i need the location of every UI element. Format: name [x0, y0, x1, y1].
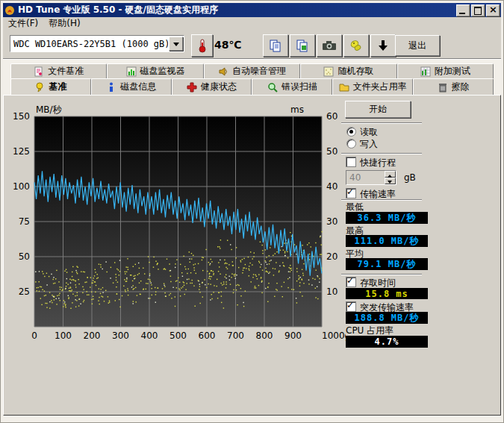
read-radio[interactable]: 读取: [346, 126, 378, 139]
short-stroke-value: 40: [346, 171, 385, 184]
close-icon[interactable]: [486, 4, 500, 16]
checkbox-checked-icon: [346, 301, 356, 312]
svg-text:60: 60: [326, 111, 337, 122]
tab-disk-monitor[interactable]: 磁盘监视器: [107, 63, 203, 78]
menu-help[interactable]: 帮助(H): [43, 16, 85, 31]
svg-text:150: 150: [13, 111, 30, 122]
tab-health-status[interactable]: 健康状态: [172, 78, 252, 95]
tab-label: 基准: [49, 81, 66, 93]
health-status-icon: [187, 82, 197, 93]
tab-label: 错误扫描: [281, 81, 317, 93]
svg-text:300: 300: [112, 330, 129, 341]
transfer-rate-label: 传输速率: [360, 189, 396, 199]
file-benchmark-icon: [34, 66, 44, 77]
svg-text:10: 10: [326, 286, 337, 297]
cpu-usage-value: 4.7%: [346, 336, 428, 348]
tab-random-access[interactable]: 随机存取: [300, 63, 396, 78]
tab-label: 磁盘监视器: [140, 65, 185, 78]
erase-icon: [438, 82, 448, 93]
tab-label: 磁盘信息: [120, 81, 156, 93]
tab-label: 健康状态: [201, 81, 237, 93]
maximize-icon[interactable]: [471, 4, 485, 16]
spin-up-icon[interactable]: [385, 171, 396, 178]
svg-text:500: 500: [169, 330, 187, 341]
svg-text:400: 400: [141, 330, 158, 341]
tab-disk-info[interactable]: 磁盘信息: [91, 78, 172, 95]
svg-text:MB/秒: MB/秒: [36, 104, 62, 115]
short-stroke-checkbox[interactable]: 快捷行程: [346, 157, 396, 169]
svg-text:700: 700: [227, 330, 244, 341]
screenshot-button[interactable]: [317, 34, 342, 57]
arrow-down-icon: [377, 39, 389, 52]
tab-noise-management[interactable]: 自动噪音管理: [204, 63, 300, 78]
tab-folder-usage[interactable]: 文件夹占用率: [332, 78, 413, 95]
svg-text:125: 125: [13, 146, 30, 157]
checkbox-checked-icon: [346, 188, 356, 198]
tab-label: 自动噪音管理: [232, 65, 286, 78]
tab-erase[interactable]: 擦除: [413, 78, 494, 95]
short-stroke-spinner[interactable]: 40: [346, 170, 396, 185]
tab-label: 擦除: [452, 81, 470, 93]
radio-icon: [346, 139, 356, 148]
tab-label: 文件基准: [48, 65, 84, 78]
svg-text:75: 75: [19, 216, 30, 227]
aam-button[interactable]: [343, 34, 369, 57]
svg-text:40: 40: [326, 181, 337, 192]
app-window: HD Tune 专业版 5.50 - 硬盘/固态硬盘实用程序 文件(F) 帮助(…: [0, 0, 504, 423]
exit-button[interactable]: 退出: [395, 35, 440, 56]
svg-text:20: 20: [326, 251, 337, 262]
checkbox-icon: [346, 157, 356, 167]
copy-text-button[interactable]: [263, 34, 288, 57]
aam-icon: [349, 39, 363, 52]
title-bar: HD Tune 专业版 5.50 - 硬盘/固态硬盘实用程序: [3, 3, 501, 17]
tab-row-secondary: 文件基准 磁盘监视器 自动噪音管理 随机存取 附加测试: [10, 63, 494, 78]
tab-label: 随机存取: [337, 65, 373, 78]
drive-select-value: WDC WD10EARS-22Y5B1 (1000 gB): [10, 39, 168, 49]
temperature-button[interactable]: [191, 34, 213, 57]
noise-management-icon: [218, 66, 228, 77]
tab-benchmark[interactable]: 基准: [10, 78, 91, 95]
copy-image-icon: [296, 39, 309, 52]
tab-label: 附加测试: [435, 65, 470, 78]
svg-text:ms: ms: [290, 104, 304, 115]
benchmark-chart: 01002003004005006007008009001000gB150125…: [1, 96, 346, 347]
error-scan-icon: [267, 82, 278, 93]
random-access-icon: [323, 66, 334, 77]
burst-rate-value: 188.8 MB/秒: [346, 312, 428, 324]
minimize-icon[interactable]: [456, 4, 470, 16]
save-results-button[interactable]: [370, 34, 396, 57]
short-stroke-unit: gB: [404, 172, 416, 183]
checkbox-checked-icon: [346, 277, 356, 287]
svg-text:0: 0: [31, 330, 37, 341]
svg-text:600: 600: [199, 330, 216, 341]
disk-monitor-icon: [126, 66, 137, 77]
tab-label: 文件夹占用率: [353, 81, 407, 93]
avg-value: 79.1 MB/秒: [346, 258, 428, 270]
menu-file[interactable]: 文件(F): [3, 16, 43, 31]
temperature-value: 48℃: [214, 39, 241, 51]
write-radio[interactable]: 写入: [346, 138, 378, 151]
spin-down-icon[interactable]: [385, 178, 396, 184]
read-label: 读取: [360, 127, 378, 137]
separator: [341, 153, 422, 154]
svg-text:25: 25: [19, 286, 30, 297]
svg-text:100: 100: [13, 181, 30, 192]
short-stroke-label: 快捷行程: [360, 157, 396, 168]
tab-extra-tests[interactable]: 附加测试: [397, 63, 494, 78]
disk-info-icon: [106, 82, 116, 93]
thermometer-icon: [198, 38, 207, 53]
min-value: 36.3 MB/秒: [346, 212, 428, 224]
tab-row-primary: 基准 磁盘信息 健康状态 错误扫描 文件夹占用率 擦除: [10, 78, 494, 95]
drive-select[interactable]: WDC WD10EARS-22Y5B1 (1000 gB): [10, 35, 184, 52]
copy-image-button[interactable]: [290, 34, 315, 57]
camera-icon: [322, 40, 337, 51]
chevron-down-icon[interactable]: [169, 37, 183, 51]
tab-error-scan[interactable]: 错误扫描: [252, 78, 332, 95]
svg-text:800: 800: [256, 330, 273, 341]
access-time-value: 15.8 ms: [346, 288, 428, 299]
radio-selected-icon: [346, 127, 356, 137]
start-button[interactable]: 开始: [345, 101, 411, 118]
tab-file-benchmark[interactable]: 文件基准: [10, 63, 107, 78]
app-icon: [4, 5, 15, 16]
separator: [341, 122, 422, 124]
